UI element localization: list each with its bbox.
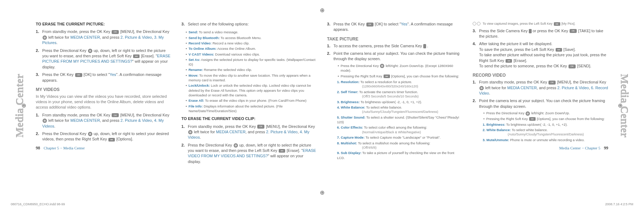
left-side-tab: Media Center	[11, 21, 29, 190]
list-item: Lock/Unlock: Lock or unlock the selected…	[186, 83, 317, 97]
left-tab-label: Media Center	[12, 74, 27, 137]
text: left twice for	[48, 118, 69, 123]
page-footer-right: Media Center − Chapter 5 99	[559, 145, 608, 151]
ok-key-icon: OK	[112, 30, 119, 34]
camera-options-list: 1. Resolution: To select a resolution fo…	[333, 80, 463, 160]
list-item: Move: To move the video clip to another …	[186, 73, 317, 83]
right-side-tab: Media Center	[615, 21, 633, 190]
list-item: To Online Album: Access the Online Album…	[186, 46, 317, 51]
erase-picture-heading: TO ERASE THE CURRENT PICTURE:	[36, 21, 171, 27]
ok-key-icon: OK	[366, 23, 374, 27]
page-spread: Media Center TO ERASE THE CURRENT PICTUR…	[11, 21, 633, 190]
ok-key-icon: OK	[569, 64, 576, 68]
text: Select one of the following options:	[188, 22, 249, 26]
crop-mark-bottom: ⊕	[320, 189, 325, 197]
print-timestamp: 2008.7.16 4:2:5 PM	[605, 202, 633, 207]
step-item: Press the OK Key OK [OK] to select "Yes"…	[327, 21, 463, 33]
yes-option: Yes	[110, 72, 116, 77]
my-videos-steps: From standby mode, press the OK Key OK […	[36, 112, 171, 142]
erase-video-steps: From standby mode, press the OK Key OK […	[181, 124, 317, 165]
list-item: Pressing the Right Soft Key ••• [Options…	[338, 74, 463, 78]
text: , and press	[100, 118, 119, 123]
directional-key-icon	[234, 143, 238, 148]
ok-key-icon: OK	[548, 81, 556, 85]
indd-file-label: 080716_CDM8950_ECHO.indd 98-99	[11, 202, 65, 207]
take-picture-heading: TAKE PICTURE	[327, 36, 463, 42]
directional-key-icon	[43, 35, 47, 40]
step-item: Point the camera lens at your subject. Y…	[327, 51, 463, 160]
link-picture-video: 2. Picture & Video	[121, 35, 152, 39]
crop-mark-top: ⊕	[320, 6, 325, 14]
text: From standby mode, press the OK Key	[42, 29, 110, 34]
list-item: File Info: Displays information about th…	[186, 104, 317, 114]
directional-key-icon	[88, 132, 92, 136]
link-media-center: MEDIA CENTER	[70, 118, 100, 123]
ok-key-icon: OK	[112, 113, 119, 117]
directional-key-icon	[88, 49, 92, 53]
record-video-heading: RECORD VIDEO	[473, 72, 608, 78]
list-item: Send by Bluetooth: To access Bluetooth M…	[186, 35, 317, 40]
link-picture-video: 2. Picture & Video	[121, 118, 152, 123]
left-soft-key-icon: •••	[556, 48, 562, 52]
list-item: Rename: Rename the selected video clip.	[186, 67, 317, 72]
step-item: Press the Side Camera Key or press the O…	[473, 28, 608, 39]
step-item: From standby mode, press the OK Key OK […	[36, 112, 171, 129]
list-item: Send: To send a video message.	[186, 30, 317, 34]
step-item: From standby mode, press the OK Key OK […	[181, 124, 317, 140]
text: [Erase]. "	[141, 54, 157, 58]
list-item: V CAST Videos: Download various video cl…	[186, 52, 317, 57]
page-footer-left: 98 Chapter 5 − Media Center	[36, 145, 85, 151]
right-tab-label: Media Center	[617, 74, 632, 137]
text: Press the Directional Key	[42, 48, 87, 53]
text: Press the OK Key	[42, 72, 73, 77]
take-picture-steps-cont: Press the Side Camera Key or press the O…	[473, 28, 608, 69]
text: left twice for	[48, 35, 69, 39]
right-soft-key-icon: •••	[506, 59, 512, 63]
side-camera-key-icon	[423, 44, 426, 48]
right-soft-key-icon: •••	[108, 138, 115, 142]
step-item: To access the camera, press the Side Cam…	[327, 43, 463, 49]
text: [OK] to select "	[84, 72, 110, 77]
list-item: Set As: Assigns the selected picture to …	[186, 57, 317, 67]
step-item: Select one of the following options:	[181, 21, 317, 27]
directional-key-icon	[188, 130, 192, 134]
chapter-label: Media Center − Chapter 5	[559, 145, 600, 151]
body-columns: TO ERASE THE CURRENT PICTURE: From stand…	[36, 21, 608, 190]
link-media-center: MEDIA CENTER	[70, 35, 100, 39]
record-options-list: 1. Brightness: To brightness up/down( -2…	[479, 122, 608, 142]
text: , and press	[100, 35, 119, 39]
my-videos-intro: In My Videos you can view all the videos…	[36, 94, 171, 110]
page-number: 98	[36, 145, 40, 151]
right-soft-key-icon: •••	[384, 75, 390, 78]
side-camera-key-icon	[529, 29, 532, 33]
my-videos-heading: MY VIDEOS	[36, 87, 171, 93]
directional-key-icon	[526, 111, 530, 116]
video-options-step: Select one of the following options:	[181, 21, 317, 27]
erase-video-step3: Press the OK Key OK [OK] to select "Yes"…	[327, 21, 463, 33]
step-item: Press the Directional Key up, down, left…	[36, 131, 171, 142]
ok-key-icon: OK	[570, 29, 577, 33]
erase-video-heading: TO ERASE THE CURRENT VIDEO CLIP:	[181, 116, 317, 121]
directional-key-icon	[380, 64, 384, 68]
step-item: After taking the picture it will be disp…	[473, 41, 608, 69]
list-item: Record Video: Record a new video clip.	[186, 41, 317, 45]
step-item: From standby mode, press the OK Key OK […	[36, 29, 171, 45]
step-item: From standby mode, press the OK Key OK […	[473, 80, 608, 96]
left-soft-key-icon: •••	[133, 54, 140, 58]
record-video-steps: From standby mode, press the OK Key OK […	[473, 80, 608, 142]
step-item: Press the Directional Key up, down, left…	[181, 143, 317, 165]
record-video-substeps: Press the Directional Key left/right: Zo…	[479, 111, 608, 121]
video-options-list: Send: To send a video message. Send by B…	[181, 30, 317, 113]
chapter-label: Chapter 5 − Media Center	[44, 145, 85, 151]
text: [MENU], the Directional Key	[120, 29, 169, 34]
page-number: 99	[604, 145, 608, 151]
step-item: Press the Directional Key up, down, left…	[36, 48, 171, 70]
ok-key-icon: OK	[75, 73, 82, 77]
list-item: Press the Directional Key left/right: Zo…	[338, 63, 463, 73]
text: Press the Directional Key	[42, 131, 87, 136]
text: ,	[152, 35, 153, 39]
print-footer: 080716_CDM8950_ECHO.indd 98-99 2008.7.16…	[11, 202, 633, 207]
text: From standby mode, press the OK Key	[42, 113, 110, 117]
note-row: To view captured images, press the Left …	[473, 21, 608, 26]
text: ,	[152, 118, 153, 123]
